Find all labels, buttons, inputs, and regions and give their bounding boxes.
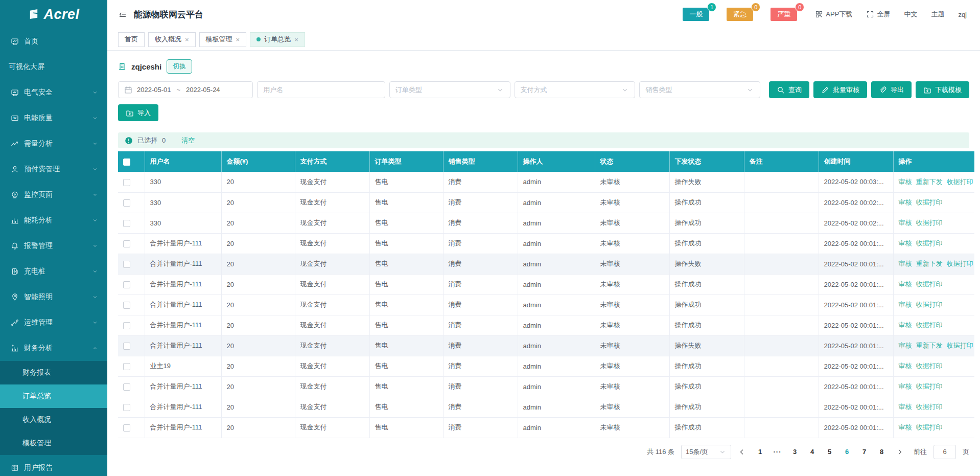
sidebar-item-alarm-management[interactable]: 报警管理 (0, 233, 107, 259)
import-button[interactable]: 导入 (118, 104, 158, 121)
sidebar-item-prepaid-management[interactable]: 预付费管理 (0, 156, 107, 182)
page-number-5[interactable]: 5 (823, 445, 836, 459)
sidebar-item-charging-pile[interactable]: 充电桩 (0, 259, 107, 284)
action-receipt-print[interactable]: 收据打印 (916, 198, 943, 206)
sidebar-item-demand-analysis[interactable]: 需量分析 (0, 131, 107, 156)
action-receipt-print[interactable]: 收据打印 (947, 178, 973, 186)
page-number-7[interactable]: 7 (858, 445, 871, 459)
topbar-fullscreen[interactable]: 全屏 (866, 10, 890, 19)
tab-template-management[interactable]: 模板管理× (199, 32, 247, 47)
page-ellipsis[interactable]: ··· (771, 445, 784, 459)
tab-close-icon[interactable]: × (294, 36, 298, 43)
row-checkbox[interactable] (123, 383, 130, 391)
topbar-language[interactable]: 中文 (904, 10, 917, 19)
action-redispatch[interactable]: 重新下发 (916, 260, 943, 267)
batch-audit-button[interactable]: 批量审核 (813, 81, 867, 98)
query-button[interactable]: 查询 (769, 81, 809, 98)
tab-close-icon[interactable]: × (185, 36, 189, 43)
action-audit[interactable]: 审核 (899, 342, 912, 349)
action-audit[interactable]: 审核 (899, 403, 912, 411)
row-checkbox[interactable] (123, 343, 130, 350)
sidebar-subitem-order-overview[interactable]: 订单总览 (0, 384, 107, 408)
action-audit[interactable]: 审核 (899, 362, 912, 370)
row-checkbox[interactable] (123, 199, 130, 207)
action-audit[interactable]: 审核 (899, 382, 912, 390)
username-input[interactable] (263, 86, 379, 94)
action-receipt-print[interactable]: 收据打印 (916, 403, 943, 411)
alarm-badge-urgent[interactable]: 紧急0 (727, 8, 753, 21)
action-receipt-print[interactable]: 收据打印 (916, 362, 943, 370)
action-audit[interactable]: 审核 (899, 301, 912, 308)
row-checkbox[interactable] (123, 302, 130, 309)
action-audit[interactable]: 审核 (899, 239, 912, 247)
action-audit[interactable]: 审核 (899, 260, 912, 267)
sidebar-subitem-template-management[interactable]: 模板管理 (0, 432, 107, 455)
page-number-8[interactable]: 8 (875, 445, 888, 459)
action-receipt-print[interactable]: 收据打印 (947, 342, 973, 349)
switch-project-button[interactable]: 切换 (167, 59, 192, 74)
action-redispatch[interactable]: 重新下发 (916, 342, 943, 349)
tab-close-icon[interactable]: × (236, 36, 240, 43)
sidebar-item-user-report[interactable]: 用户报告 (0, 455, 107, 476)
sidebar-item-finance-analysis[interactable]: 财务分析 (0, 335, 107, 361)
tab-income-overview[interactable]: 收入概况× (148, 32, 196, 47)
action-receipt-print[interactable]: 收据打印 (916, 301, 943, 308)
action-audit[interactable]: 审核 (899, 280, 912, 288)
action-receipt-print[interactable]: 收据打印 (916, 280, 943, 288)
action-receipt-print[interactable]: 收据打印 (947, 260, 973, 267)
topbar-app-download[interactable]: APP下载 (815, 10, 852, 19)
order-type-select[interactable]: 订单类型 (389, 81, 510, 98)
page-number-4[interactable]: 4 (806, 445, 819, 459)
topbar-theme[interactable]: 主题 (931, 10, 944, 19)
row-checkbox[interactable] (123, 424, 130, 432)
sidebar-item-home[interactable]: 首页 (0, 29, 107, 54)
tab-order-overview[interactable]: 订单总览× (250, 32, 305, 47)
export-button[interactable]: 导出 (871, 81, 912, 98)
tab-home[interactable]: 首页 (118, 32, 145, 47)
sidebar-item-ops-management[interactable]: 运维管理 (0, 310, 107, 335)
sidebar-subitem-finance-report[interactable]: 财务报表 (0, 361, 107, 384)
action-audit[interactable]: 审核 (899, 219, 912, 226)
action-audit[interactable]: 审核 (899, 178, 912, 186)
row-checkbox[interactable] (123, 281, 130, 288)
action-audit[interactable]: 审核 (899, 198, 912, 206)
page-size-select[interactable]: 15条/页 (681, 445, 731, 459)
pay-type-select[interactable]: 支付方式 (515, 81, 636, 98)
page-number-1[interactable]: 1 (754, 445, 766, 459)
next-page-button[interactable] (896, 448, 904, 456)
sale-type-select[interactable]: 销售类型 (639, 81, 760, 98)
action-receipt-print[interactable]: 收据打印 (916, 321, 943, 329)
sidebar-item-monitor-page[interactable]: 监控页面 (0, 182, 107, 208)
action-receipt-print[interactable]: 收据打印 (916, 382, 943, 390)
sidebar-subitem-income-overview[interactable]: 收入概况 (0, 408, 107, 432)
select-all-checkbox[interactable] (123, 158, 130, 166)
action-receipt-print[interactable]: 收据打印 (916, 423, 943, 431)
alarm-badge-normal[interactable]: 一般1 (683, 8, 709, 21)
sidebar-item-electrical-safety[interactable]: 电气安全 (0, 80, 107, 105)
action-receipt-print[interactable]: 收据打印 (916, 219, 943, 226)
topbar-user[interactable]: zqj (958, 11, 967, 18)
action-redispatch[interactable]: 重新下发 (916, 178, 943, 186)
action-audit[interactable]: 审核 (899, 423, 912, 431)
row-checkbox[interactable] (123, 404, 130, 411)
goto-page-input[interactable] (934, 445, 956, 459)
action-audit[interactable]: 审核 (899, 321, 912, 329)
sidebar-item-power-quality[interactable]: W电能质量 (0, 105, 107, 131)
row-checkbox[interactable] (123, 179, 130, 186)
row-checkbox[interactable] (123, 240, 130, 247)
page-number-3[interactable]: 3 (788, 445, 801, 459)
row-checkbox[interactable] (123, 220, 130, 227)
page-number-6[interactable]: 6 (841, 445, 853, 459)
alarm-badge-severe[interactable]: 严重0 (771, 8, 797, 21)
clear-selection-link[interactable]: 清空 (181, 136, 195, 145)
prev-page-button[interactable] (738, 448, 746, 456)
sidebar-item-smart-lighting[interactable]: 智能照明 (0, 284, 107, 310)
row-checkbox[interactable] (123, 363, 130, 370)
date-range-picker[interactable]: 2022-05-01 ~ 2022-05-24 (118, 81, 253, 98)
action-receipt-print[interactable]: 收据打印 (916, 239, 943, 247)
collapse-sidebar-icon[interactable] (119, 10, 127, 18)
sidebar-item-big-screen[interactable]: 可视化大屏 (0, 54, 107, 80)
row-checkbox[interactable] (123, 261, 130, 268)
row-checkbox[interactable] (123, 322, 130, 329)
sidebar-item-energy-analysis[interactable]: 能耗分析 (0, 208, 107, 233)
